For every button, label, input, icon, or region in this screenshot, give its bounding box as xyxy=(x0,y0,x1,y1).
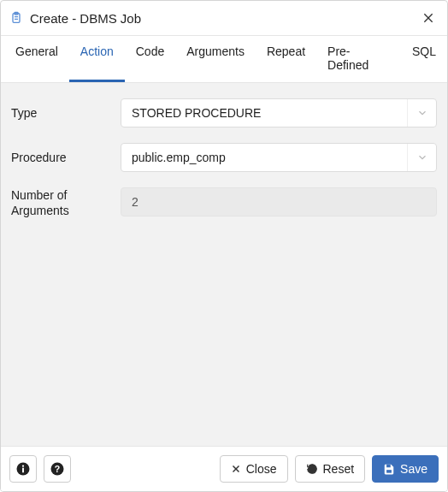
close-x-icon xyxy=(231,464,241,474)
input-numargs: 2 xyxy=(121,187,437,216)
select-type[interactable]: STORED PROCEDURE xyxy=(121,98,437,127)
save-button-label: Save xyxy=(400,462,427,476)
label-type: Type xyxy=(11,105,110,121)
tab-pre-defined[interactable]: Pre-Defined xyxy=(316,36,401,82)
reset-button-label: Reset xyxy=(323,462,355,476)
chevron-down-icon xyxy=(407,144,436,171)
form-content: Type STORED PROCEDURE Procedure public.e… xyxy=(1,83,447,446)
help-icon: ? xyxy=(50,461,65,477)
clipboard-icon xyxy=(9,11,23,25)
label-numargs: Number of Arguments xyxy=(11,187,110,218)
svg-text:?: ? xyxy=(55,464,60,474)
tab-sql[interactable]: SQL xyxy=(401,36,447,82)
footer: ? Close Reset Save xyxy=(1,446,447,491)
reset-button[interactable]: Reset xyxy=(295,455,366,483)
tab-arguments[interactable]: Arguments xyxy=(175,36,256,82)
tab-action[interactable]: Action xyxy=(69,36,125,82)
save-button[interactable]: Save xyxy=(372,455,439,483)
info-button[interactable] xyxy=(9,455,37,483)
tab-code[interactable]: Code xyxy=(125,36,175,82)
tab-repeat[interactable]: Repeat xyxy=(256,36,316,82)
input-numargs-value: 2 xyxy=(132,195,139,209)
select-procedure-value: public.emp_comp xyxy=(132,151,226,164)
reset-icon xyxy=(306,463,318,475)
close-icon[interactable] xyxy=(418,8,439,28)
save-icon xyxy=(383,463,395,475)
close-button[interactable]: Close xyxy=(220,455,288,483)
help-button[interactable]: ? xyxy=(44,455,71,483)
svg-rect-14 xyxy=(386,470,392,473)
info-icon xyxy=(15,461,31,477)
titlebar: Create - DBMS Job xyxy=(1,1,447,36)
select-type-value: STORED PROCEDURE xyxy=(132,106,261,120)
row-type: Type STORED PROCEDURE xyxy=(11,98,437,127)
row-numargs: Number of Arguments 2 xyxy=(11,187,437,218)
label-procedure: Procedure xyxy=(11,150,110,165)
dialog-window: Create - DBMS Job General Action Code Ar… xyxy=(0,0,448,492)
svg-point-7 xyxy=(22,465,24,467)
close-button-label: Close xyxy=(246,462,277,476)
svg-rect-13 xyxy=(386,465,391,468)
tab-general[interactable]: General xyxy=(4,36,69,82)
tabs: General Action Code Arguments Repeat Pre… xyxy=(1,36,447,83)
svg-rect-8 xyxy=(22,468,24,473)
dialog-title: Create - DBMS Job xyxy=(30,11,411,26)
row-procedure: Procedure public.emp_comp xyxy=(11,143,437,172)
select-procedure[interactable]: public.emp_comp xyxy=(121,143,437,172)
chevron-down-icon xyxy=(407,99,436,127)
